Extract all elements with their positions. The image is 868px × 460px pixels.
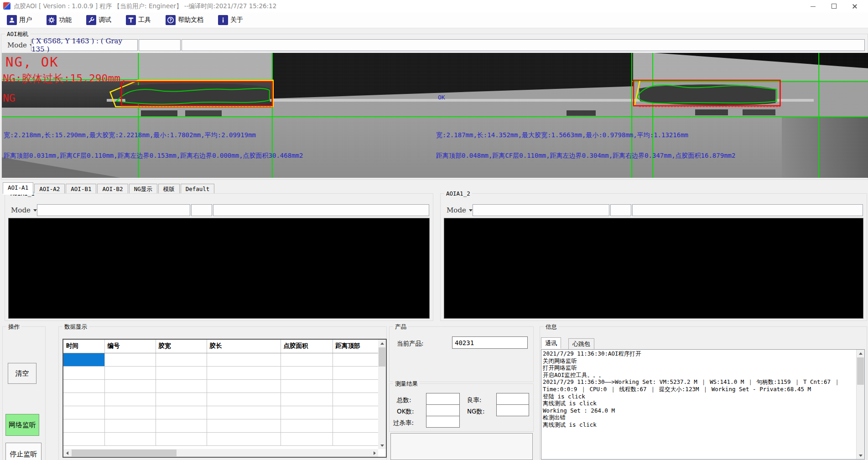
col-header-glue-area[interactable]: 点胶面积	[281, 340, 333, 353]
tab-comms[interactable]: 通讯	[541, 337, 561, 349]
info-group-label: 信息	[544, 323, 559, 331]
close-icon	[852, 4, 858, 9]
scroll-down-button[interactable]	[857, 452, 864, 459]
col-header-glue-length[interactable]: 胶长	[207, 340, 281, 353]
scroll-up-button[interactable]	[857, 350, 864, 357]
col-header-time[interactable]: 时间	[63, 340, 104, 353]
log-vertical-scrollbar[interactable]	[856, 350, 864, 459]
product-group-label: 产品	[393, 323, 408, 331]
arrow-up-icon	[380, 342, 384, 345]
yield-label: 良率:	[467, 396, 482, 404]
minimize-button[interactable]	[802, 0, 823, 12]
toolbar-button-debug[interactable]: 调试	[82, 14, 115, 26]
tab-aoi-b1[interactable]: AOI-B1	[66, 184, 96, 193]
log-scroll-thumb[interactable]	[857, 357, 864, 385]
current-product-input[interactable]	[452, 336, 528, 349]
table-row[interactable]	[63, 419, 378, 432]
table-row[interactable]	[63, 379, 378, 393]
data-table: 时间 编号 胶宽 胶长 点胶面积 距离顶部	[62, 339, 387, 458]
comms-log-text: 2021/7/29 11:36:30:AOI程序打开 关闭网络监听 打开网络监听…	[543, 350, 855, 429]
tab-ng-display[interactable]: NG显示	[129, 184, 157, 193]
ok-count-value-box	[426, 404, 460, 416]
product-group: 产品 当前产品:	[389, 326, 534, 382]
view-tab-strip: AOI-A1 AOI-A2 AOI-B1 AOI-B2 NG显示 模版 Defa…	[3, 183, 215, 193]
measurement-left-line1: 宽:2.218mm,长:15.290mm,最大胶宽:2.2218mm,最小:1.…	[4, 131, 256, 140]
total-label: 总数:	[397, 396, 411, 404]
ng-count-label: NG数:	[467, 408, 485, 416]
selected-cell[interactable]	[63, 353, 104, 366]
aoia1-2-mode-dropdown[interactable]: Mode	[443, 204, 476, 216]
overkill-label: 过杀率:	[393, 419, 414, 427]
col-header-id[interactable]: 编号	[104, 340, 156, 353]
arrow-left-icon	[66, 451, 68, 455]
data-table-grid: 时间 编号 胶宽 胶长 点胶面积 距离顶部	[63, 340, 379, 446]
scroll-left-button[interactable]	[63, 449, 71, 457]
vertical-scroll-thumb[interactable]	[379, 347, 385, 367]
toolbar-button-function[interactable]: 功能	[42, 14, 76, 26]
info-icon	[218, 15, 228, 25]
gear-icon	[47, 15, 57, 25]
overkill-value-box	[426, 416, 460, 428]
table-horizontal-scrollbar[interactable]	[63, 449, 378, 457]
data-display-group: 数据显示 时间 编号 胶宽 胶长 点胶面积 距离顶部	[58, 326, 387, 460]
tab-aoi-b2[interactable]: AOI-B2	[97, 184, 128, 193]
table-row[interactable]	[63, 353, 378, 366]
tab-heartbeat[interactable]: 心跳包	[568, 338, 594, 350]
scroll-down-button[interactable]	[378, 442, 386, 449]
comms-log-panel: 2021/7/29 11:36:30:AOI程序打开 关闭网络监听 打开网络监听…	[541, 349, 865, 460]
data-display-group-label: 数据显示	[62, 323, 89, 331]
aoia1-1-mode-dropdown[interactable]: Mode	[8, 204, 40, 216]
title-bar: 点胶AOI [ Version : 1.0.0.9 ] 程序 【当前用户: En…	[0, 0, 868, 13]
info-group: 信息 通讯 心跳包 2021/7/29 11:36:30:AOI程序打开 关闭网…	[540, 326, 867, 460]
stop-listen-button[interactable]: 停止监听	[5, 443, 42, 460]
toolbar-button-help[interactable]: ? 帮助文档	[161, 14, 208, 26]
aoia1-2-image-panel	[444, 218, 863, 319]
ok-count-label: OK数:	[397, 408, 414, 416]
minimize-icon	[811, 6, 816, 7]
results-extra-panel	[390, 433, 533, 460]
col-header-glue-width[interactable]: 胶宽	[156, 340, 207, 353]
results-group: 测量结果 总数: 良率: OK数: NG数: 过杀率:	[389, 383, 534, 432]
table-vertical-scrollbar[interactable]	[378, 340, 386, 449]
arrow-down-icon	[380, 444, 384, 447]
table-row[interactable]	[63, 432, 378, 445]
close-button[interactable]	[844, 0, 865, 12]
help-icon: ?	[166, 15, 176, 25]
horizontal-scroll-thumb[interactable]	[72, 450, 177, 456]
tab-aoi-a1[interactable]: AOI-A1	[3, 182, 33, 194]
arrow-right-icon	[374, 451, 376, 455]
scroll-right-button[interactable]	[371, 449, 378, 457]
aoia1-1-image-panel	[8, 218, 430, 319]
scroll-up-button[interactable]	[378, 340, 386, 347]
network-listen-button[interactable]: 网络监听	[5, 414, 39, 436]
total-value-box	[426, 393, 460, 405]
aoi-camera-group: AOI相机 Mode ( X 6568, Y 1463 ) : ( Gray 1…	[1, 34, 868, 180]
toolbar-button-about[interactable]: 关于	[214, 14, 247, 26]
clear-button[interactable]: 清空	[8, 363, 36, 384]
aoia1-2-group: AOIA1_2 Mode	[440, 193, 867, 321]
measurement-right-line2: 距离顶部0.048mm,距离CF层0.110mm,距离左边界0.304mm,距离…	[436, 152, 735, 160]
chevron-down-icon	[469, 209, 473, 212]
ok-label: OK	[438, 94, 445, 101]
tab-aoi-a2[interactable]: AOI-A2	[34, 184, 65, 193]
table-row[interactable]	[63, 393, 378, 406]
aoia1-1-readout-3	[213, 204, 429, 216]
col-header-distance-top[interactable]: 距离顶部	[333, 340, 378, 353]
ng-message: NG:胶体过长:15.290mm,	[3, 72, 127, 86]
toolbar-button-tools[interactable]: 工具	[122, 14, 155, 26]
tab-template[interactable]: 模版	[158, 184, 180, 193]
table-row[interactable]	[63, 366, 378, 379]
current-product-label: 当前产品:	[397, 340, 424, 348]
main-toolbar: 用户 功能 调试 工具 ? 帮助文档 关于	[0, 12, 868, 28]
window-title: 点胶AOI [ Version : 1.0.0.9 ] 程序 【当前用户: En…	[14, 2, 276, 10]
measurement-left-line2: 距离顶部0.031mm,距离CF层0.110mm,距离左边界0.153mm,距离…	[4, 152, 303, 160]
tab-default[interactable]: Default	[181, 184, 215, 193]
aoi-camera-group-label: AOI相机	[5, 31, 31, 38]
camera-image-view[interactable]: NG, OK NG:胶体过长:15.290mm, NG OK 宽:2.218mm…	[2, 53, 868, 178]
arrow-up-icon	[859, 352, 863, 355]
aoia1-2-readout-3	[632, 204, 863, 216]
table-row[interactable]	[63, 406, 378, 419]
maximize-icon	[832, 4, 837, 9]
maximize-button[interactable]	[823, 0, 844, 12]
toolbar-button-user[interactable]: 用户	[3, 14, 36, 26]
